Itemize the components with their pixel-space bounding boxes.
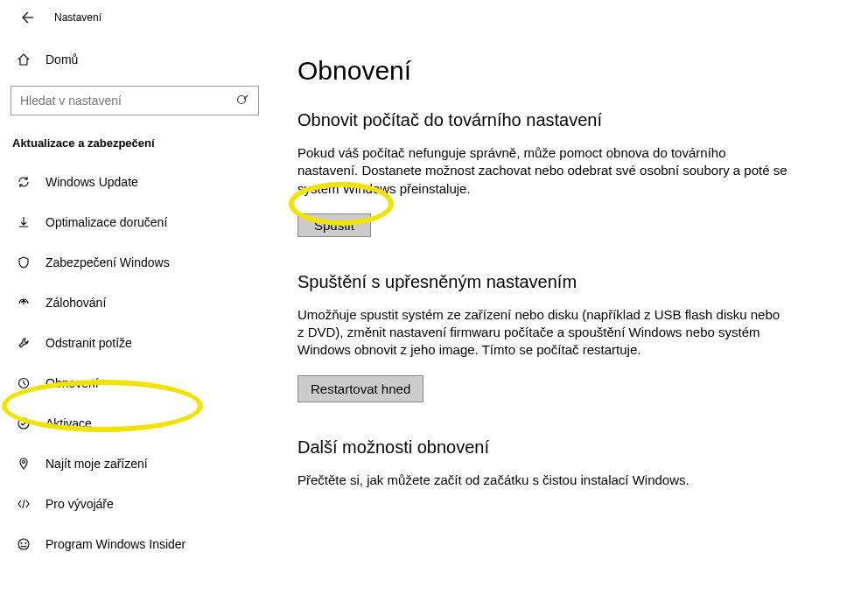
home-icon (16, 52, 32, 66)
window-title: Nastavení (54, 11, 102, 24)
back-button[interactable] (18, 9, 35, 26)
sidebar-item-windows-update[interactable]: Windows Update (0, 162, 271, 202)
sidebar-item-label: Optimalizace doručení (46, 215, 167, 229)
sidebar-item-label: Program Windows Insider (46, 537, 186, 551)
backup-icon (16, 296, 32, 310)
sidebar-item-windows-insider[interactable]: Program Windows Insider (0, 524, 271, 564)
sidebar-item-label: Zabezpečení Windows (46, 255, 170, 269)
sidebar-item-label: Windows Update (46, 175, 138, 189)
sidebar: Domů Aktualizace a zabezpečení Windows U… (0, 35, 271, 608)
svg-point-3 (23, 461, 25, 464)
delivery-icon (16, 215, 32, 229)
sidebar-item-label: Obnovení (46, 376, 99, 390)
svg-point-0 (238, 96, 246, 104)
section-label: Aktualizace a zabezpečení (0, 124, 271, 162)
sidebar-item-label: Aktivace (46, 416, 92, 430)
section-advanced-startup: Spuštění s upřesněným nastavením Umožňuj… (298, 272, 788, 402)
sidebar-item-recovery[interactable]: Obnovení (0, 363, 271, 403)
sidebar-item-label: Odstranit potíže (46, 336, 132, 350)
troubleshoot-icon (16, 336, 32, 350)
section-text: Pokud váš počítač nefunguje správně, můž… (298, 144, 788, 198)
nav-list: Windows Update Optimalizace doručení Zab… (0, 162, 271, 564)
find-device-icon (16, 457, 32, 471)
section-text: Umožňuje spustit systém ze zařízení nebo… (298, 306, 788, 360)
titlebar: Nastavení (0, 0, 868, 35)
sidebar-item-backup[interactable]: Zálohování (0, 283, 271, 323)
sync-icon (16, 175, 32, 189)
sidebar-item-delivery-optimization[interactable]: Optimalizace doručení (0, 202, 271, 242)
activation-icon (16, 416, 32, 430)
sidebar-item-troubleshoot[interactable]: Odstranit potíže (0, 323, 271, 363)
section-title: Spuštění s upřesněným nastavením (298, 272, 788, 292)
sidebar-item-activation[interactable]: Aktivace (0, 403, 271, 444)
restart-now-button[interactable]: Restartovat hned (298, 375, 424, 402)
section-title: Obnovit počítač do továrního nastavení (298, 110, 788, 130)
home-button[interactable]: Domů (0, 42, 271, 77)
page-title: Obnovení (298, 56, 833, 86)
sidebar-item-label: Zálohování (46, 296, 106, 310)
home-label: Domů (46, 52, 78, 66)
svg-point-6 (25, 542, 27, 544)
get-started-button[interactable]: Spustit (298, 213, 371, 237)
section-reset-pc: Obnovit počítač do továrního nastavení P… (298, 110, 788, 237)
search-input[interactable] (10, 86, 259, 115)
svg-point-2 (18, 418, 29, 429)
section-more-recovery: Další možnosti obnovení Přečtěte si, jak… (298, 437, 788, 489)
developer-icon (16, 497, 32, 511)
search-icon (235, 94, 249, 108)
sidebar-item-windows-security[interactable]: Zabezpečení Windows (0, 242, 271, 283)
svg-point-5 (21, 542, 23, 544)
shield-icon (16, 255, 32, 269)
section-text: Přečtěte si, jak můžete začít od začátku… (298, 472, 788, 489)
insider-icon (16, 537, 32, 551)
content-pane: Obnovení Obnovit počítač do továrního na… (271, 35, 868, 608)
arrow-left-icon (19, 10, 33, 24)
recovery-icon (16, 376, 32, 390)
sidebar-item-for-developers[interactable]: Pro vývojáře (0, 484, 271, 524)
sidebar-item-find-my-device[interactable]: Najít moje zařízení (0, 444, 271, 484)
section-title: Další možnosti obnovení (298, 437, 788, 458)
sidebar-item-label: Najít moje zařízení (46, 457, 148, 471)
sidebar-item-label: Pro vývojáře (46, 497, 114, 511)
search-field[interactable] (20, 94, 235, 108)
svg-point-4 (18, 539, 29, 549)
